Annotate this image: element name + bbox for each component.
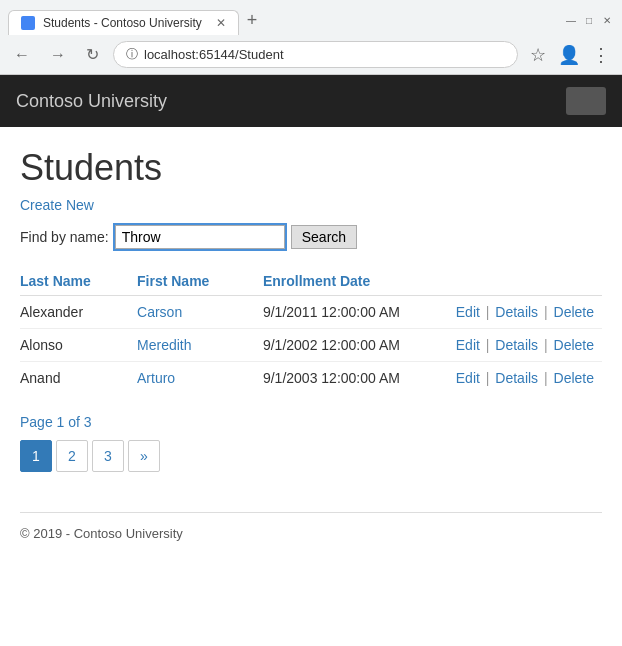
action-separator: | xyxy=(482,337,493,353)
tab-strip: Students - Contoso University ✕ + xyxy=(8,6,265,35)
col-header-actions xyxy=(456,265,602,296)
firstname-link[interactable]: Carson xyxy=(137,304,182,320)
site-nav: Contoso University xyxy=(0,75,622,127)
toolbar-actions: ☆ 👤 ⋮ xyxy=(526,42,614,68)
cell-firstname: Carson xyxy=(137,296,263,329)
page-btn-1[interactable]: 1 xyxy=(20,440,52,472)
search-form: Find by name: Search xyxy=(20,225,602,249)
cell-lastname: Alexander xyxy=(20,296,137,329)
pagination-info: Page 1 of 3 xyxy=(20,414,602,430)
action-link-delete[interactable]: Delete xyxy=(554,370,594,386)
table-row: AnandArturo9/1/2003 12:00:00 AMEdit | De… xyxy=(20,362,602,395)
forward-button[interactable]: → xyxy=(44,44,72,66)
new-tab-button[interactable]: + xyxy=(239,6,266,35)
page-btn-2[interactable]: 2 xyxy=(56,440,88,472)
action-link-edit[interactable]: Edit xyxy=(456,337,480,353)
col-header-firstname: First Name xyxy=(137,265,263,296)
account-icon[interactable]: 👤 xyxy=(554,42,584,68)
cell-lastname: Anand xyxy=(20,362,137,395)
cell-enrollment-date: 9/1/2003 12:00:00 AM xyxy=(263,362,456,395)
title-bar: Students - Contoso University ✕ + — □ ✕ xyxy=(0,0,622,35)
page-btn-3[interactable]: 3 xyxy=(92,440,124,472)
action-link-edit[interactable]: Edit xyxy=(456,370,480,386)
col-header-enrollment[interactable]: Enrollment Date xyxy=(263,265,456,296)
action-link-details[interactable]: Details xyxy=(495,337,538,353)
cell-actions: Edit | Details | Delete xyxy=(456,362,602,395)
action-separator: | xyxy=(540,337,551,353)
maximize-button[interactable]: □ xyxy=(582,14,596,28)
table-body: AlexanderCarson9/1/2011 12:00:00 AMEdit … xyxy=(20,296,602,395)
cell-lastname: Alonso xyxy=(20,329,137,362)
refresh-button[interactable]: ↻ xyxy=(80,43,105,66)
action-link-delete[interactable]: Delete xyxy=(554,337,594,353)
action-link-details[interactable]: Details xyxy=(495,370,538,386)
table-header: Last Name First Name Enrollment Date xyxy=(20,265,602,296)
browser-chrome: Students - Contoso University ✕ + — □ ✕ … xyxy=(0,0,622,75)
create-new-link[interactable]: Create New xyxy=(20,197,94,213)
action-separator: | xyxy=(482,370,493,386)
page-btn-next[interactable]: » xyxy=(128,440,160,472)
firstname-link[interactable]: Meredith xyxy=(137,337,191,353)
tab-title: Students - Contoso University xyxy=(43,16,202,30)
search-label: Find by name: xyxy=(20,229,109,245)
back-button[interactable]: ← xyxy=(8,44,36,66)
table-row: AlexanderCarson9/1/2011 12:00:00 AMEdit … xyxy=(20,296,602,329)
action-link-details[interactable]: Details xyxy=(495,304,538,320)
cell-actions: Edit | Details | Delete xyxy=(456,296,602,329)
minimize-button[interactable]: — xyxy=(564,14,578,28)
page-heading: Students xyxy=(20,147,602,189)
action-separator: | xyxy=(540,370,551,386)
search-button[interactable]: Search xyxy=(291,225,357,249)
students-table: Last Name First Name Enrollment Date Ale… xyxy=(20,265,602,394)
address-text: localhost:65144/Student xyxy=(144,47,284,62)
window-controls: — □ ✕ xyxy=(564,14,614,28)
pagination: 1 2 3 » xyxy=(20,440,602,472)
menu-icon[interactable]: ⋮ xyxy=(588,42,614,68)
action-link-edit[interactable]: Edit xyxy=(456,304,480,320)
nav-toggle-button[interactable] xyxy=(566,87,606,115)
firstname-link[interactable]: Arturo xyxy=(137,370,175,386)
close-button[interactable]: ✕ xyxy=(600,14,614,28)
action-separator: | xyxy=(482,304,493,320)
cell-enrollment-date: 9/1/2002 12:00:00 AM xyxy=(263,329,456,362)
col-header-lastname[interactable]: Last Name xyxy=(20,265,137,296)
footer-text: © 2019 - Contoso University xyxy=(20,526,183,541)
footer: © 2019 - Contoso University xyxy=(20,512,602,549)
tab-favicon xyxy=(21,16,35,30)
address-bar[interactable]: ⓘ localhost:65144/Student xyxy=(113,41,518,68)
lock-icon: ⓘ xyxy=(126,46,138,63)
browser-tab[interactable]: Students - Contoso University ✕ xyxy=(8,10,239,35)
bookmark-icon[interactable]: ☆ xyxy=(526,42,550,68)
action-separator: | xyxy=(540,304,551,320)
cell-firstname: Meredith xyxy=(137,329,263,362)
table-row: AlonsoMeredith9/1/2002 12:00:00 AMEdit |… xyxy=(20,329,602,362)
search-input[interactable] xyxy=(115,225,285,249)
action-link-delete[interactable]: Delete xyxy=(554,304,594,320)
cell-actions: Edit | Details | Delete xyxy=(456,329,602,362)
cell-enrollment-date: 9/1/2011 12:00:00 AM xyxy=(263,296,456,329)
browser-toolbar: ← → ↻ ⓘ localhost:65144/Student ☆ 👤 ⋮ xyxy=(0,35,622,74)
cell-firstname: Arturo xyxy=(137,362,263,395)
tab-close-icon[interactable]: ✕ xyxy=(216,16,226,30)
page-content: Students Create New Find by name: Search… xyxy=(0,127,622,512)
site-title: Contoso University xyxy=(16,91,167,112)
